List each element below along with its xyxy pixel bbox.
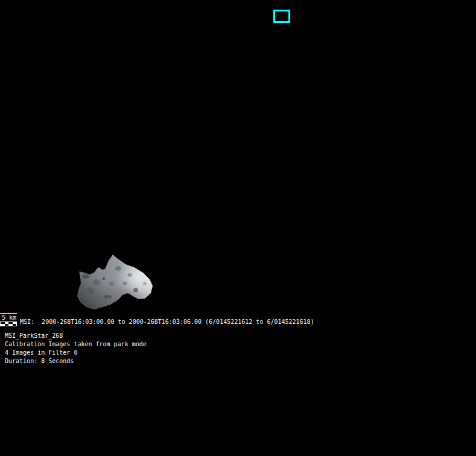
observation-time-line: MSI: 2000-268T16:03:00.00 to 2000-268T16…: [20, 318, 314, 326]
msi-sequence-display: 0 1 0.2 0.4 0.6 0.8: [0, 0, 476, 456]
sequence-name: MSI_ParkStar_268: [5, 332, 147, 340]
asteroid-image: [74, 252, 164, 312]
sequence-duration: Duration: 8 Seconds: [5, 357, 147, 366]
colorbar: 0 1 0.2 0.4 0.6 0.8: [311, 0, 476, 31]
scale-bar-label: 5 km: [2, 314, 16, 321]
asteroid-body: [77, 255, 153, 309]
scale-bar-checker: [0, 321, 17, 326]
sequence-info-block: MSI_ParkStar_268 Calibration Images take…: [5, 332, 147, 366]
sequence-description: Calibration Images taken from park mode: [5, 340, 147, 349]
fov-indicator-box: [273, 10, 290, 23]
sequence-images-filter: 4 Images in Filter 0: [5, 349, 147, 357]
